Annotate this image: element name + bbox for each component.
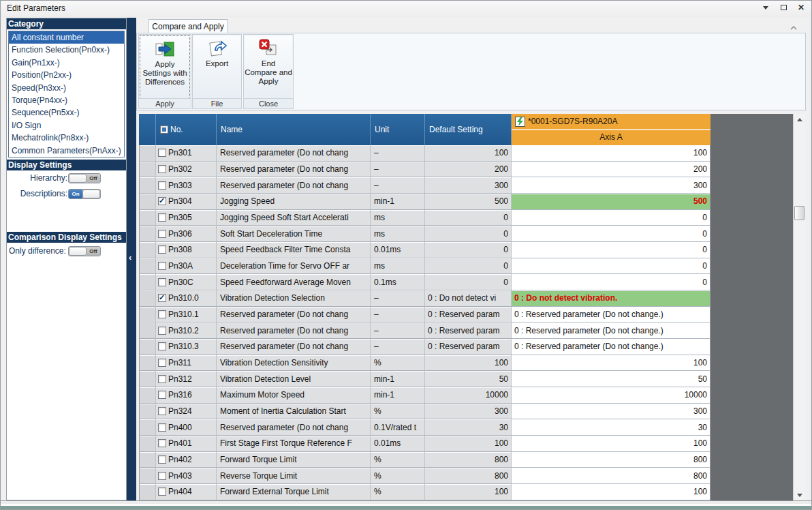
table-row[interactable]: Pn310.0Vibration Detection Selection–0 :… [140,290,710,307]
sidebar-item[interactable]: Gain(Pn1xx-) [9,57,124,69]
row-checkbox[interactable] [158,294,166,302]
column-header-name[interactable]: Name [217,114,371,145]
table-row[interactable]: Pn302Reserved parameter (Do not chang–20… [140,162,710,178]
table-row[interactable]: Pn316Maximum Motor Speedmin-11000010000 [140,387,710,404]
row-checkbox[interactable] [158,375,166,383]
sidebar-item[interactable]: Sequence(Pn5xx-) [9,106,124,119]
table-row[interactable]: Pn324Moment of Inertia Calculation Start… [140,404,710,420]
axis-value-cell[interactable]: 100 [512,145,710,162]
sidebar-item[interactable]: Mechatrolink(Pn8xx-) [9,132,124,144]
servo-header[interactable]: *0001-SGD7S-R90A20A [512,114,710,130]
table-row[interactable]: Pn30CSpeed Feedforward Average Moven0.1m… [140,274,710,290]
row-checkbox[interactable] [158,455,166,464]
column-header-default[interactable]: Default Setting [425,114,512,145]
row-checkbox[interactable] [158,423,166,432]
scroll-up-icon[interactable] [794,114,805,125]
axis-value-cell[interactable]: 0 : Reserved parameter (Do not change.) [512,322,710,339]
axis-value-cell[interactable]: 0 : Reserved parameter (Do not change.) [512,339,710,355]
sidebar-item[interactable]: Common Parameters(PnAxx-) [9,145,124,157]
row-checkbox[interactable] [158,391,166,399]
row-checkbox[interactable] [158,487,166,496]
select-all-checkbox[interactable] [160,125,168,134]
axis-value-cell[interactable]: 100 [512,484,710,500]
vertical-scrollbar[interactable] [793,114,805,500]
table-row[interactable]: Pn401First Stage First Torque Reference … [140,436,710,452]
table-row[interactable]: Pn310.1Reserved parameter (Do not chang–… [140,307,710,323]
axis-value-cell[interactable]: 0 : Reserved parameter (Do not change.) [512,307,710,323]
row-checkbox[interactable] [158,165,166,173]
column-header-unit[interactable]: Unit [371,114,425,145]
sidebar-item[interactable]: Speed(Pn3xx-) [9,82,124,94]
axis-value-cell[interactable]: 50 [512,371,710,387]
table-row[interactable]: Pn310.2Reserved parameter (Do not chang–… [140,322,710,339]
row-checkbox[interactable] [158,149,166,157]
row-checkbox[interactable] [158,213,166,222]
axis-value-cell[interactable]: 0 : Do not detect vibration. [512,290,710,307]
axis-value-cell[interactable]: 0 [512,210,710,226]
table-row[interactable]: Pn310.3Reserved parameter (Do not chang–… [140,339,710,355]
axis-value-cell[interactable]: 800 [512,452,710,468]
axis-value-cell[interactable]: 300 [512,404,710,420]
axis-value-cell[interactable]: 0 [512,226,710,242]
table-row[interactable]: Pn306Soft Start Deceleration Timems00 [140,226,710,242]
apply-settings-with-differences-button[interactable]: Apply Settings with Differences [140,35,190,99]
sidebar-item[interactable]: Torque(Pn4xx-) [9,94,124,106]
sidebar-item[interactable]: Function Selection(Pn0xx-) [9,44,124,56]
sidebar-item[interactable]: I/O Sign [9,119,124,132]
axis-value-cell[interactable]: 0 [512,258,710,275]
table-row[interactable]: Pn402Forward Torque Limit%800800 [140,452,710,468]
chevron-left-icon[interactable]: ‹ [129,254,131,262]
close-icon[interactable]: ✕ [796,3,806,12]
row-checkbox[interactable] [158,197,166,205]
axis-value-cell[interactable]: 100 [512,436,710,452]
axis-value-cell[interactable]: 800 [512,468,710,484]
row-checkbox[interactable] [158,181,166,190]
axis-value-cell[interactable]: 200 [512,162,710,178]
table-row[interactable]: Pn312Vibration Detection Levelmin-15050 [140,371,710,387]
table-row[interactable]: Pn30ADeceleration Time for Servo OFF arm… [140,258,710,275]
row-checkbox[interactable] [158,359,166,367]
export-button[interactable]: Export [193,35,240,99]
sidebar-item[interactable]: All constant number [9,31,124,44]
table-row[interactable]: Pn404Forward External Torque Limit%10010… [140,484,710,500]
row-checkbox[interactable] [158,245,166,254]
scrollbar-thumb[interactable] [794,206,805,220]
column-header-no[interactable]: No. [156,114,217,145]
row-checkbox[interactable] [158,472,166,480]
table-row[interactable]: Pn303Reserved parameter (Do not chang–30… [140,177,710,194]
axis-value-cell[interactable]: 0 [512,274,710,290]
row-checkbox[interactable] [158,230,166,238]
sidebar-collapse-strip[interactable]: ‹ [127,18,136,500]
only-difference-toggle[interactable]: Off [68,246,101,256]
tab-compare-and-apply[interactable]: Compare and Apply [148,19,228,33]
descriptions-toggle[interactable]: On [68,189,101,199]
table-row[interactable]: Pn304Jogging Speedmin-1500500 [140,194,710,210]
row-checkbox[interactable] [158,278,166,286]
row-checkbox[interactable] [158,439,166,447]
row-checkbox[interactable] [158,342,166,350]
table-row[interactable]: Pn311Vibration Detection Sensitivity%100… [140,355,710,372]
axis-value-cell[interactable]: 100 [512,355,710,372]
ribbon-collapse-icon[interactable] [790,22,798,29]
table-row[interactable]: Pn301Reserved parameter (Do not chang–10… [140,145,710,162]
row-checkbox[interactable] [158,407,166,415]
window-menu-icon[interactable] [761,3,770,12]
axis-value-cell[interactable]: 10000 [512,387,710,404]
maximize-icon[interactable] [779,3,788,12]
table-row[interactable]: Pn305Jogging Speed Soft Start Accelerati… [140,210,710,226]
row-checkbox[interactable] [158,327,166,335]
row-checkbox[interactable] [158,262,166,270]
axis-value-cell[interactable]: 30 [512,419,710,436]
axis-value-cell[interactable]: 500 [512,194,710,210]
axis-header[interactable]: Axis A [512,130,710,145]
axis-value-cell[interactable]: 0 [512,242,710,258]
sidebar-item[interactable]: Position(Pn2xx-) [9,69,124,81]
table-row[interactable]: Pn400Reserved parameter (Do not chang0.1… [140,419,710,436]
hierarchy-toggle[interactable]: Off [68,173,101,183]
axis-value-cell[interactable]: 300 [512,177,710,194]
table-row[interactable]: Pn403Reverse Torque Limit%800800 [140,468,710,484]
table-row[interactable]: Pn308Speed Feedback Filter Time Consta0.… [140,242,710,258]
scroll-down-icon[interactable] [794,490,805,500]
row-checkbox[interactable] [158,310,166,318]
end-compare-and-apply-button[interactable]: End Compare and Apply [245,35,292,99]
